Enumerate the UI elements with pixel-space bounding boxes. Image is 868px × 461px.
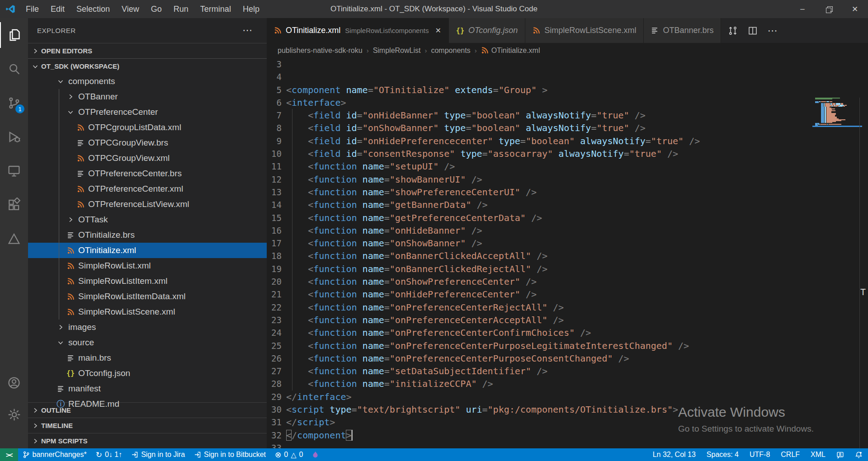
status-indentation[interactable]: Spaces: 4 [701,448,744,461]
tree-item-otpcgroupview-xml[interactable]: OTPCGroupView.xml [28,151,267,166]
custom-extension-icon[interactable] [0,221,28,255]
tree-item-simplerowlistitem-xml[interactable]: SimpleRowListItem.xml [28,273,267,289]
status-feedback[interactable] [831,448,849,461]
code-line-24[interactable]: 24 <function name="onPreferenceCenterCon… [267,326,868,339]
tree-item-manifest[interactable]: manifest [28,381,267,396]
more-actions-icon[interactable]: ⋯ [767,25,778,37]
split-editor-icon[interactable] [747,25,758,36]
tree-item-components[interactable]: components [28,74,267,89]
status-flame-extension[interactable] [307,448,323,461]
section-workspace[interactable]: OT_SDK (WORKSPACE) [28,58,267,74]
status-jira-signin[interactable]: Sign in to Jira [127,448,189,461]
code-line-20[interactable]: 20 <function name="onShowPreferenceCente… [267,275,868,288]
tab-simplerowlistscene-xml[interactable]: SimpleRowListScene.xml [525,18,644,43]
status-encoding[interactable]: UTF-8 [744,448,775,461]
breadcrumb-item[interactable]: SimpleRowList [373,47,421,55]
menu-file[interactable]: File [20,0,45,18]
code-line-3[interactable]: 3 [267,58,868,71]
code-line-13[interactable]: 13 <function name="showPreferenceCenterU… [267,186,868,198]
close-tab-icon[interactable]: ✕ [435,26,441,35]
run-debug-icon[interactable] [0,120,28,154]
code-line-12[interactable]: 12 <function name="showBannerUI" /> [267,173,868,186]
code-line-29[interactable]: 29</interface> [267,390,868,403]
tree-item-source[interactable]: source [28,335,267,350]
status-notifications[interactable] [849,448,868,461]
minimize-button[interactable]: – [789,0,816,18]
menu-view[interactable]: View [116,0,145,18]
status-language-mode[interactable]: XML [805,448,831,461]
code-line-7[interactable]: 7 <field id="onHideBanner" type="boolean… [267,109,868,122]
section-npm-scripts[interactable]: NPM SCRIPTS [28,433,267,448]
tree-item-simplerowlistscene-xml[interactable]: SimpleRowListScene.xml [28,304,267,320]
restore-button[interactable] [816,0,842,18]
code-line-26[interactable]: 26 <function name="onPreferenceCenterPur… [267,352,868,365]
code-line-15[interactable]: 15 <function name="getPreferenceCenterDa… [267,212,868,224]
status-bitbucket-signin[interactable]: Sign in to Bitbucket [189,448,270,461]
code-line-9[interactable]: 9 <field id="onHidePreferencecenter" typ… [267,135,868,147]
code-line-4[interactable]: 4 [267,71,868,83]
menu-edit[interactable]: Edit [45,0,71,18]
accounts-icon[interactable] [0,367,28,399]
tab-otconfig-json[interactable]: {}OTconfig.json [449,18,525,43]
menu-selection[interactable]: Selection [71,0,116,18]
explorer-more-actions-button[interactable]: ⋯ [242,24,253,36]
tree-item-otinitialize-brs[interactable]: OTinitialize.brs [28,227,267,243]
menu-run[interactable]: Run [168,0,194,18]
settings-icon[interactable] [0,399,28,430]
code-line-21[interactable]: 21 <function name="onHidePreferenceCente… [267,288,868,301]
tree-item-otpreferencelistview-xml[interactable]: OTPreferenceListView.xml [28,197,267,212]
code-line-27[interactable]: 27 <function name="setDataSubjectIdentif… [267,365,868,377]
section-open-editors[interactable]: OPEN EDITORS [28,43,267,58]
extensions-icon[interactable] [0,188,28,221]
minimap[interactable] [815,98,859,127]
code-line-22[interactable]: 22 <function name="onPreferenceCenterRej… [267,301,868,314]
section-timeline[interactable]: TIMELINE [28,418,267,433]
tab-otinitialize-xml[interactable]: OTinitialize.xmlSimpleRowList\components… [267,18,449,43]
explorer-icon[interactable] [0,18,28,52]
status-git-branch[interactable]: bannerChanges* [18,448,91,461]
remote-explorer-icon[interactable] [0,154,28,188]
code-line-23[interactable]: 23 <function name="onPreferenceCenterAcc… [267,314,868,326]
code-line-16[interactable]: 16 <function name="onHideBanner" /> [267,224,868,237]
code-line-18[interactable]: 18 <function name="onBannerClickedAccept… [267,249,868,262]
code-line-19[interactable]: 19 <function name="onBannerClickedReject… [267,263,868,275]
tree-item-otinitialize-xml[interactable]: OTinitialize.xml [28,243,267,258]
tree-item-otpreferencecenter[interactable]: OTPreferenceCenter [28,104,267,120]
tree-item-simplerowlistitemdata-xml[interactable]: SimpleRowListItemData.xml [28,289,267,304]
code-line-6[interactable]: 6<interface> [267,96,868,109]
source-control-icon[interactable]: 1 [0,86,28,120]
code-editor[interactable]: 345<component name="OTinitialize" extend… [267,58,868,448]
tree-item-otpreferencecenter-xml[interactable]: OTPreferenceCenter.xml [28,181,267,197]
tree-item-otbanner[interactable]: OTBanner [28,89,267,104]
tab-otbanner-brs[interactable]: OTBanner.brs [644,18,721,43]
tree-item-ottask[interactable]: OTTask [28,212,267,227]
code-line-17[interactable]: 17 <function name="onShowBanner" /> [267,237,868,249]
code-line-33[interactable]: 33 [267,442,868,448]
tree-item-main-brs[interactable]: main.brs [28,350,267,366]
section-outline[interactable]: OUTLINE [28,402,267,418]
code-line-25[interactable]: 25 <function name="onPreferenceCenterPur… [267,339,868,352]
breadcrumb-item[interactable]: publishers-native-sdk-roku [278,47,363,55]
tree-item-otconfig-json[interactable]: {}OTconfig.json [28,366,267,381]
tree-item-images[interactable]: images [28,320,267,335]
status-cursor-position[interactable]: Ln 32, Col 13 [647,448,701,461]
code-line-11[interactable]: 11 <function name="setupUI" /> [267,160,868,173]
code-line-8[interactable]: 8 <field id="onShowBanner" type="boolean… [267,122,868,134]
close-button[interactable]: ✕ [842,0,868,18]
menu-help[interactable]: Help [237,0,265,18]
code-line-14[interactable]: 14 <function name="getBannerData" /> [267,198,868,211]
tree-item-otpcgroupview-brs[interactable]: OTPCGroupView.brs [28,135,267,151]
tree-item-otpcgrouplistdata-xml[interactable]: OTPCgroupListData.xml [28,120,267,135]
menu-go[interactable]: Go [145,0,168,18]
code-line-10[interactable]: 10 <field id="consentResponse" type="ass… [267,147,868,160]
open-changes-icon[interactable] [727,25,738,36]
breadcrumb-item[interactable]: OTinitialize.xml [481,47,540,55]
status-git-sync[interactable]: ↻0↓ 1↑ [91,448,127,461]
search-icon[interactable] [0,52,28,86]
menu-terminal[interactable]: Terminal [194,0,237,18]
code-line-5[interactable]: 5<component name="OTinitialize" extends=… [267,84,868,96]
tree-item-otpreferencecenter-brs[interactable]: OTPreferenceCenter.brs [28,166,267,181]
status-remote-indicator[interactable]: >< [0,448,18,461]
breadcrumb-item[interactable]: components [431,47,470,55]
status-problems[interactable]: ⊗0△0 [270,448,307,461]
